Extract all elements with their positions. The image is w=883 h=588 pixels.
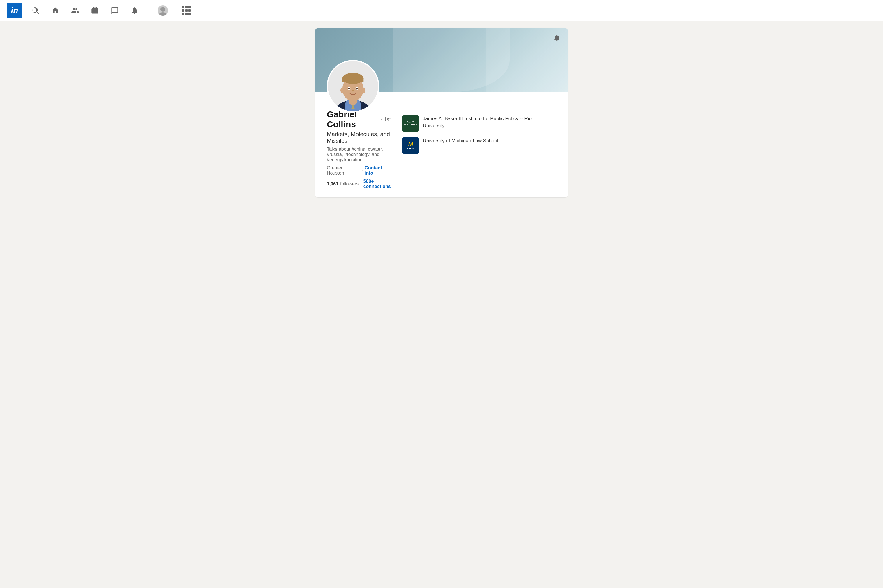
profile-stats: 1,061 followers · 500+ connections <box>327 179 391 189</box>
home-button[interactable] <box>47 4 64 16</box>
profile-photo <box>328 60 378 112</box>
profile-avatar-wrap <box>327 60 379 112</box>
svg-point-15 <box>362 88 365 93</box>
profile-full-name: Gabriel Collins <box>327 110 377 129</box>
notifications-icon <box>131 6 139 15</box>
avatar-svg <box>158 5 168 16</box>
nav-divider <box>148 4 148 16</box>
grid-menu-button[interactable] <box>175 2 198 19</box>
baker-logo-text1: BAKER <box>407 121 414 123</box>
messaging-button[interactable] <box>106 4 123 16</box>
michigan-logo-law: LAW <box>407 147 414 150</box>
connection-degree: · 1st <box>381 116 391 123</box>
baker-institute-logo[interactable]: BAKER INSTITUTE <box>402 115 419 132</box>
profile-card: Gabriel Collins · 1st Markets, Molecules… <box>315 28 568 197</box>
profile-avatar[interactable] <box>327 60 379 112</box>
svg-point-14 <box>341 88 344 93</box>
home-icon <box>51 6 59 15</box>
search-icon <box>32 6 40 15</box>
profile-location: Greater Houston · Contact info <box>327 165 391 176</box>
connections-link[interactable]: 500+ connections <box>363 179 391 189</box>
org-baker: BAKER INSTITUTE James A. Baker III Insti… <box>402 115 556 132</box>
profile-hashtags: Talks about #china, #water, #russia, #te… <box>327 147 391 162</box>
nav-avatar-image <box>158 5 168 16</box>
org-michigan: M LAW University of Michigan Law School <box>402 137 556 154</box>
nav-icons <box>27 2 876 19</box>
michigan-logo-m: M <box>408 141 413 147</box>
bell-icon <box>553 34 561 42</box>
notifications-button[interactable] <box>126 4 143 16</box>
network-icon <box>71 6 79 15</box>
svg-rect-9 <box>342 78 364 82</box>
followers-count: 1,061 <box>327 182 338 187</box>
profile-left: Gabriel Collins · 1st Markets, Molecules… <box>327 110 391 189</box>
michigan-law-logo[interactable]: M LAW <box>402 137 419 154</box>
svg-point-12 <box>348 88 350 90</box>
profile-headline: Markets, Molecules, and Missiles <box>327 131 391 144</box>
navbar: in <box>0 0 883 21</box>
baker-logo-text2: INSTITUTE <box>404 123 417 126</box>
grid-icon <box>180 4 193 17</box>
profile-nav-avatar[interactable] <box>153 3 173 18</box>
baker-org-name[interactable]: James A. Baker III Institute for Public … <box>423 115 556 129</box>
linkedin-logo[interactable]: in <box>7 3 22 18</box>
profile-name-row: Gabriel Collins · 1st <box>327 110 391 129</box>
messaging-icon <box>111 6 119 15</box>
dot-separator: · <box>362 168 363 173</box>
svg-point-0 <box>161 7 165 12</box>
profile-right: BAKER INSTITUTE James A. Baker III Insti… <box>402 110 556 189</box>
svg-point-1 <box>159 12 167 16</box>
svg-point-13 <box>356 88 358 90</box>
profile-bell-button[interactable] <box>553 34 561 43</box>
jobs-icon <box>91 6 99 15</box>
followers-label: followers <box>340 182 359 187</box>
network-button[interactable] <box>66 4 84 16</box>
jobs-button[interactable] <box>86 4 104 16</box>
main-content: Gabriel Collins · 1st Markets, Molecules… <box>311 28 572 197</box>
search-button[interactable] <box>27 4 44 16</box>
contact-info-link[interactable]: Contact info <box>365 165 391 176</box>
michigan-org-name[interactable]: University of Michigan Law School <box>423 137 498 144</box>
